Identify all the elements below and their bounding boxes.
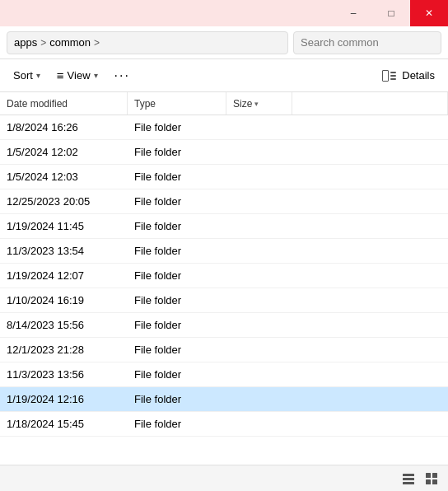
col-extra	[292, 92, 448, 115]
detail-view-icon	[425, 472, 438, 485]
file-date-modified: 1/19/2024 11:45	[0, 220, 128, 232]
column-headers: Date modified Type Size ▾	[0, 92, 448, 115]
file-type: File folder	[128, 418, 226, 430]
svg-rect-4	[432, 473, 437, 478]
breadcrumb-sep-1: >	[40, 37, 46, 49]
file-date-modified: 12/1/2023 21:28	[0, 344, 128, 356]
breadcrumb[interactable]: apps > common >	[7, 31, 288, 54]
file-date-modified: 8/14/2023 15:56	[0, 319, 128, 331]
svg-rect-3	[426, 473, 431, 478]
svg-rect-6	[432, 479, 437, 484]
title-bar: – □ ✕	[0, 0, 448, 26]
details-button[interactable]: Details	[376, 66, 441, 85]
view-button[interactable]: ≡ View ▾	[50, 65, 105, 86]
col-type-label: Type	[134, 98, 156, 110]
file-type: File folder	[128, 220, 226, 232]
breadcrumb-sep-2: >	[94, 37, 100, 49]
file-type: File folder	[128, 146, 226, 158]
search-input[interactable]	[301, 36, 416, 49]
file-date-modified: 12/25/2023 20:05	[0, 195, 128, 208]
more-button[interactable]: ···	[108, 65, 137, 87]
svg-rect-1	[403, 478, 414, 480]
table-row[interactable]: 1/19/2024 11:45File folder	[0, 214, 448, 239]
file-date-modified: 1/18/2024 15:45	[0, 418, 128, 430]
table-row[interactable]: 1/18/2024 15:45File folder	[0, 412, 448, 437]
sort-button[interactable]: Sort ▾	[7, 66, 47, 85]
view-label: View	[68, 69, 91, 82]
details-pane-icon	[382, 70, 397, 82]
file-date-modified: 1/5/2024 12:03	[0, 171, 128, 183]
details-label: Details	[402, 69, 435, 82]
table-row[interactable]: 12/1/2023 21:28File folder	[0, 338, 448, 362]
table-row[interactable]: 1/19/2024 12:16File folder	[0, 387, 448, 412]
view-list-icon: ≡	[57, 68, 64, 82]
file-date-modified: 1/10/2024 16:19	[0, 294, 128, 306]
svg-rect-5	[426, 479, 431, 484]
file-date-modified: 1/19/2024 12:16	[0, 393, 128, 405]
table-row[interactable]: 1/8/2024 16:26File folder	[0, 115, 448, 140]
file-date-modified: 1/19/2024 12:07	[0, 269, 128, 282]
col-size[interactable]: Size ▾	[226, 92, 292, 115]
table-row[interactable]: 1/19/2024 12:07File folder	[0, 264, 448, 288]
file-date-modified: 1/5/2024 12:02	[0, 146, 128, 158]
svg-rect-2	[403, 482, 414, 484]
list-view-button[interactable]	[399, 469, 418, 489]
col-date-label: Date modified	[7, 98, 68, 110]
file-type: File folder	[128, 171, 226, 183]
table-row[interactable]: 1/5/2024 12:03File folder	[0, 165, 448, 189]
list-view-icon	[402, 472, 415, 485]
size-sort-arrow-icon: ▾	[254, 100, 259, 108]
maximize-button[interactable]: □	[372, 0, 410, 26]
minimize-button[interactable]: –	[334, 0, 372, 26]
detail-view-button[interactable]	[422, 469, 441, 489]
file-type: File folder	[128, 319, 226, 331]
view-chevron-icon: ▾	[94, 71, 98, 80]
file-date-modified: 11/3/2023 13:54	[0, 245, 128, 257]
search-box[interactable]	[293, 31, 441, 54]
table-row[interactable]: 12/25/2023 20:05File folder	[0, 189, 448, 214]
file-type: File folder	[128, 368, 226, 381]
table-row[interactable]: 11/3/2023 13:56File folder	[0, 362, 448, 387]
more-label: ···	[114, 68, 130, 83]
file-list[interactable]: 1/8/2024 16:26File folder1/5/2024 12:02F…	[0, 115, 448, 465]
file-type: File folder	[128, 121, 226, 133]
table-row[interactable]: 11/3/2023 13:54File folder	[0, 239, 448, 264]
breadcrumb-apps[interactable]: apps	[14, 36, 37, 49]
file-type: File folder	[128, 294, 226, 306]
file-type: File folder	[128, 269, 226, 282]
file-date-modified: 11/3/2023 13:56	[0, 368, 128, 381]
file-type: File folder	[128, 393, 226, 405]
close-button[interactable]: ✕	[410, 0, 448, 26]
file-type: File folder	[128, 195, 226, 208]
sort-chevron-icon: ▾	[36, 71, 40, 80]
col-date-modified[interactable]: Date modified	[0, 92, 128, 115]
table-row[interactable]: 1/10/2024 16:19File folder	[0, 288, 448, 313]
file-date-modified: 1/8/2024 16:26	[0, 121, 128, 133]
col-type[interactable]: Type	[128, 92, 226, 115]
col-size-label: Size	[233, 98, 252, 110]
file-type: File folder	[128, 245, 226, 257]
toolbar: Sort ▾ ≡ View ▾ ··· Details	[0, 59, 448, 92]
file-type: File folder	[128, 344, 226, 356]
table-row[interactable]: 8/14/2023 15:56File folder	[0, 313, 448, 338]
status-bar	[0, 465, 448, 491]
address-bar: apps > common >	[0, 26, 448, 59]
table-row[interactable]: 1/5/2024 12:02File folder	[0, 140, 448, 165]
breadcrumb-common[interactable]: common	[49, 36, 91, 49]
svg-rect-0	[403, 474, 414, 476]
sort-label: Sort	[13, 69, 33, 82]
